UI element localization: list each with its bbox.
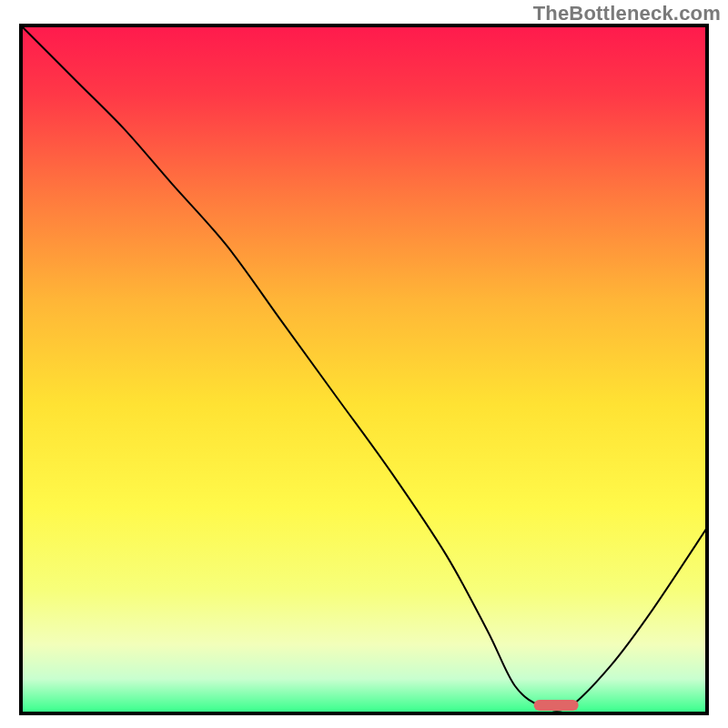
chart-svg [0,0,728,728]
optimal-range-marker [534,700,579,711]
watermark-text: TheBottleneck.com [533,2,721,25]
chart-container: { "watermark": "TheBottleneck.com", "cha… [0,0,728,728]
